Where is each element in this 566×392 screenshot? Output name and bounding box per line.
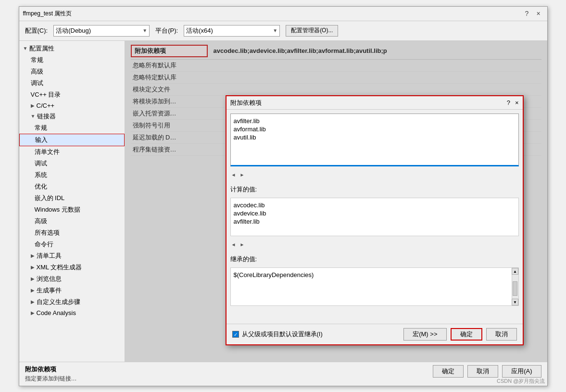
sidebar-item-xml-gen[interactable]: ▶ XML 文档生成器: [19, 262, 125, 273]
close-button[interactable]: ×: [534, 9, 543, 18]
dialog-title-bar: 附加依赖项 ? ×: [226, 96, 523, 110]
dialog-cancel-button[interactable]: 取消: [486, 328, 517, 341]
scroll-up-icon[interactable]: ▲: [512, 268, 518, 275]
dialog-ok-button[interactable]: 确定: [451, 328, 482, 341]
inherited-box: $(CoreLibraryDependencies) ▲ ▼: [230, 267, 519, 306]
dialog-close-btn[interactable]: ×: [515, 99, 519, 106]
dialog-title-buttons: ? ×: [507, 99, 519, 106]
sidebar-item-linker-advanced[interactable]: 高级: [19, 215, 125, 227]
sidebar-item-manifest-file[interactable]: 清单文件: [19, 146, 125, 158]
edit-line-1: avfilter.lib: [234, 117, 516, 125]
sidebar-item-gaoji[interactable]: 高级: [19, 66, 125, 77]
additional-deps-dialog: 附加依赖项 ? × avfilter.lib avformat.lib avut…: [226, 95, 524, 345]
sidebar-item-linker-debug[interactable]: 调试: [19, 158, 125, 169]
platform-dropdown-arrow: ▼: [273, 28, 277, 33]
platform-label: 平台(P):: [155, 26, 178, 35]
sidebar-item-config-properties[interactable]: ▼ 配置属性: [19, 43, 125, 54]
help-button[interactable]: ?: [522, 9, 532, 18]
manager-button[interactable]: 配置管理器(O)...: [286, 25, 338, 37]
dialog-footer: ✓ 从父级或项目默认设置继承(I) 宏(M) >> 确定 取消: [226, 324, 523, 344]
sidebar-item-all-options[interactable]: 所有选项: [19, 227, 125, 239]
edit-line-2: avformat.lib: [234, 125, 516, 133]
window-title: ffmpeg_test 属性页: [23, 10, 72, 18]
config-dropdown[interactable]: 活动(Debug) ▼: [53, 25, 150, 37]
dialog-title: 附加依赖项: [230, 99, 262, 107]
edit-line-3: avutil.lib: [234, 133, 516, 141]
sidebar-item-vcdir[interactable]: VC++ 目录: [19, 89, 125, 101]
sidebar-item-code-analysis[interactable]: ▶ Code Analysis: [19, 308, 125, 318]
sidebar-item-changgui[interactable]: 常规: [19, 54, 125, 66]
main-apply-button[interactable]: 应用(A): [502, 365, 541, 378]
computed-scroll-right-icon[interactable]: ►: [239, 241, 245, 248]
scroll-right-icon[interactable]: ►: [239, 171, 245, 178]
sidebar-group-label: 配置属性: [29, 44, 54, 53]
computed-line-2: avdevice.lib: [234, 209, 516, 217]
right-panel: 附加依赖项 avcodec.lib;avdevice.lib;avfilter.…: [125, 41, 547, 362]
dialog-overlay: 附加依赖项 ? × avfilter.lib avformat.lib avut…: [125, 41, 547, 362]
inherit-checkbox[interactable]: ✓: [232, 331, 239, 338]
code-expand-icon: ▶: [31, 310, 35, 316]
main-content: ▼ 配置属性 常规 高级 调试 VC++ 目录 ▶ C/C++ ▼ 链接器: [19, 41, 547, 362]
sidebar-item-custom-build[interactable]: ▶ 自定义生成步骤: [19, 296, 125, 308]
sidebar-item-linker-system[interactable]: 系统: [19, 169, 125, 181]
sidebar-item-winmeta[interactable]: Windows 元数据: [19, 204, 125, 215]
macro-button[interactable]: 宏(M) >>: [403, 328, 446, 341]
computed-scrollbar: ◄ ►: [230, 240, 519, 249]
edit-area-scrollbar: ◄ ►: [230, 170, 519, 179]
manifest-expand-icon: ▶: [31, 253, 35, 258]
browse-expand-icon: ▶: [31, 276, 35, 281]
sidebar-item-linker-changgui[interactable]: 常规: [19, 122, 125, 134]
dialog-footer-buttons: 宏(M) >> 确定 取消: [403, 328, 516, 341]
computed-line-1: avcodec.lib: [234, 201, 516, 209]
scroll-left-icon[interactable]: ◄: [230, 171, 237, 178]
sidebar-item-idl[interactable]: 嵌入的 IDL: [19, 192, 125, 204]
inherited-line-1: $(CoreLibraryDependencies): [234, 271, 511, 279]
platform-dropdown[interactable]: 活动(x64) ▼: [184, 25, 280, 37]
inherit-label: 从父级或项目默认设置继承(I): [242, 330, 323, 339]
main-cancel-button[interactable]: 取消: [467, 365, 498, 378]
sidebar-item-linker-opt[interactable]: 优化: [19, 181, 125, 192]
watermark: CSDN @岁月指尖流: [497, 378, 545, 385]
config-label: 配置(C):: [25, 26, 48, 35]
scroll-down-icon[interactable]: ▼: [512, 299, 518, 305]
expand-icon: ▼: [23, 46, 28, 51]
checkmark-icon: ✓: [234, 332, 238, 337]
sidebar-item-linker[interactable]: ▼ 链接器: [19, 111, 125, 122]
main-ok-button[interactable]: 确定: [433, 365, 464, 378]
platform-value: 活动(x64): [186, 26, 213, 35]
cpp-expand-icon: ▶: [31, 103, 35, 108]
sidebar-item-cmdline[interactable]: 命令行: [19, 239, 125, 250]
main-footer-buttons: 确定 取消 应用(A): [433, 365, 541, 378]
computed-label: 计算的值:: [230, 185, 519, 194]
title-bar-buttons: ? ×: [522, 9, 543, 18]
sidebar-item-cpp[interactable]: ▶ C/C++: [19, 101, 125, 111]
sidebar: ▼ 配置属性 常规 高级 调试 VC++ 目录 ▶ C/C++ ▼ 链接器: [19, 41, 125, 362]
main-window: ffmpeg_test 属性页 ? × 配置(C): 活动(Debug) ▼ 平…: [19, 6, 548, 386]
linker-expand-icon: ▼: [31, 114, 36, 119]
xml-expand-icon: ▶: [31, 265, 35, 270]
inherited-label: 继承的值:: [230, 255, 519, 264]
toolbar-row: 配置(C): 活动(Debug) ▼ 平台(P): 活动(x64) ▼ 配置管理…: [19, 21, 547, 41]
sidebar-item-build-events[interactable]: ▶ 生成事件: [19, 285, 125, 296]
computed-box: avcodec.lib avdevice.lib avfilter.lib: [230, 198, 519, 236]
bottom-property-label: 附加依赖项: [25, 365, 429, 374]
inherit-checkbox-row: ✓ 从父级或项目默认设置继承(I): [232, 330, 400, 339]
sidebar-item-browse-info[interactable]: ▶ 浏览信息: [19, 273, 125, 285]
inherited-scrollbar[interactable]: ▲ ▼: [512, 268, 518, 305]
dialog-body: avfilter.lib avformat.lib avutil.lib ◄ ►…: [226, 110, 523, 324]
scroll-thumb[interactable]: [513, 281, 517, 296]
build-expand-icon: ▶: [31, 288, 35, 293]
bottom-property-desc: 指定要添加到链接…: [25, 375, 429, 383]
computed-line-3: avfilter.lib: [234, 217, 516, 226]
config-value: 活动(Debug): [56, 26, 91, 35]
computed-scroll-left-icon[interactable]: ◄: [230, 241, 237, 248]
title-bar: ffmpeg_test 属性页 ? ×: [19, 7, 547, 21]
edit-area[interactable]: avfilter.lib avformat.lib avutil.lib: [230, 114, 519, 166]
custom-expand-icon: ▶: [31, 299, 35, 304]
sidebar-item-tiaoshi[interactable]: 调试: [19, 77, 125, 89]
config-dropdown-arrow: ▼: [142, 28, 147, 33]
sidebar-item-manifest-tool[interactable]: ▶ 清单工具: [19, 250, 125, 262]
sidebar-item-linker-input[interactable]: 输入: [19, 134, 125, 146]
bottom-bar: 附加依赖项 指定要添加到链接… 确定 取消 应用(A): [19, 362, 547, 386]
dialog-help-btn[interactable]: ?: [507, 99, 510, 106]
